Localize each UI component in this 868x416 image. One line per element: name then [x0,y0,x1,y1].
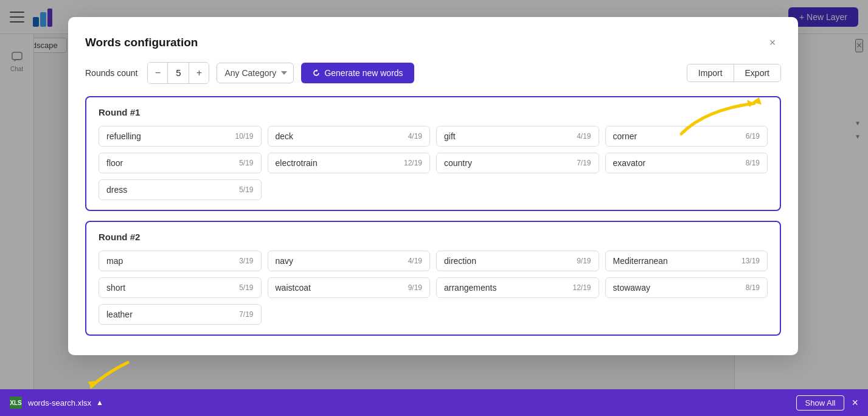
word-cell[interactable]: country 7/19 [436,153,599,173]
bottom-bar-filename: words-search.xlsx [28,398,91,407]
word-cell[interactable]: dress 5/19 [99,179,262,200]
word-text: exavator [613,158,646,168]
word-text: navy [276,256,294,266]
round-2-header: Round #2 [99,232,768,242]
import-button[interactable]: Import [687,64,734,81]
modal-controls: Rounds count − 5 + Any Category Generate… [85,62,781,84]
round-card-1: Round #1 refuelling 10/19 deck 4/19 gift… [85,96,781,211]
word-text: corner [613,131,637,141]
word-score: 9/19 [408,283,422,292]
stepper-plus-button[interactable]: + [189,63,209,83]
bottom-bar-close-button[interactable]: × [852,397,858,409]
word-cell[interactable]: stowaway 8/19 [605,277,768,298]
generate-label: Generate new words [324,68,403,78]
word-text: leather [106,310,133,319]
round-2-words-row-1: map 3/19 navy 4/19 direction 9/19 Medite… [99,251,768,271]
round-1-words-row-3: dress 5/19 [99,179,768,200]
word-cell[interactable]: exavator 8/19 [605,153,768,173]
word-score: 3/19 [239,257,253,265]
word-text: arrangements [444,283,496,293]
word-cell[interactable]: corner 6/19 [605,126,768,147]
word-cell[interactable]: refuelling 10/19 [99,126,262,147]
round-2-words-row-2: short 5/19 waistcoat 9/19 arrangements 1… [99,277,768,298]
category-select[interactable]: Any Category [217,63,294,83]
round-card-2: Round #2 map 3/19 navy 4/19 direction 9/… [85,221,781,336]
file-icon: XLS [10,397,22,409]
generate-button[interactable]: Generate new words [301,63,414,83]
word-cell[interactable]: waistcoat 9/19 [268,277,431,298]
show-all-button[interactable]: Show All [796,395,845,411]
word-text: dress [106,185,127,195]
word-cell[interactable]: leather 7/19 [99,304,262,325]
import-export-group: Import Export [687,64,781,82]
word-score: 13/19 [741,257,760,265]
word-score: 5/19 [239,283,253,292]
word-cell[interactable]: map 3/19 [99,251,262,271]
word-score: 10/19 [235,132,253,140]
word-cell[interactable]: short 5/19 [99,277,262,298]
word-text: map [106,256,123,266]
words-configuration-modal: Words configuration × Rounds count − 5 +… [68,17,798,355]
word-text: country [444,158,472,168]
word-score: 12/19 [404,159,422,167]
word-text: stowaway [613,283,650,293]
rounds-container: Round #1 refuelling 10/19 deck 4/19 gift… [85,96,781,355]
word-score: 7/19 [239,310,253,319]
word-text: floor [106,158,123,168]
word-cell[interactable]: arrangements 12/19 [436,277,599,298]
word-text: short [106,283,125,293]
stepper-minus-button[interactable]: − [148,63,167,83]
modal-close-button[interactable]: × [764,34,781,51]
word-score: 9/19 [577,257,591,265]
round-1-header: Round #1 [99,107,768,117]
round-1-words-row-1: refuelling 10/19 deck 4/19 gift 4/19 cor… [99,126,768,147]
word-score: 8/19 [746,159,760,167]
round-2-words-row-3: leather 7/19 [99,304,768,325]
modal-title: Words configuration [85,36,198,49]
export-button[interactable]: Export [734,64,780,81]
word-text: deck [276,131,294,141]
modal-header: Words configuration × [85,34,781,51]
word-text: electrotrain [276,158,318,168]
word-text: gift [444,131,456,141]
word-cell[interactable]: navy 4/19 [268,251,431,271]
refresh-icon [312,69,321,77]
word-score: 7/19 [577,159,591,167]
word-score: 5/19 [239,159,253,167]
word-score: 4/19 [408,132,422,140]
word-score: 12/19 [572,283,591,292]
word-cell[interactable]: Mediterranean 13/19 [605,251,768,271]
word-score: 5/19 [239,185,253,194]
word-text: waistcoat [276,283,311,293]
word-cell[interactable]: direction 9/19 [436,251,599,271]
word-text: refuelling [106,131,141,141]
word-text: direction [444,256,476,266]
rounds-stepper: − 5 + [147,62,209,84]
round-1-words-row-2: floor 5/19 electrotrain 12/19 country 7/… [99,153,768,173]
word-cell[interactable]: floor 5/19 [99,153,262,173]
bottom-bar: XLS words-search.xlsx ▲ Show All × [0,389,868,416]
word-cell[interactable]: deck 4/19 [268,126,431,147]
word-score: 6/19 [746,132,760,140]
rounds-label: Rounds count [85,68,137,78]
word-score: 4/19 [408,257,422,265]
stepper-value: 5 [167,63,189,83]
word-text: Mediterranean [613,256,668,266]
chevron-up-icon: ▲ [96,398,103,407]
word-cell[interactable]: electrotrain 12/19 [268,153,431,173]
word-cell[interactable]: gift 4/19 [436,126,599,147]
word-score: 4/19 [577,132,591,140]
word-score: 8/19 [746,283,760,292]
